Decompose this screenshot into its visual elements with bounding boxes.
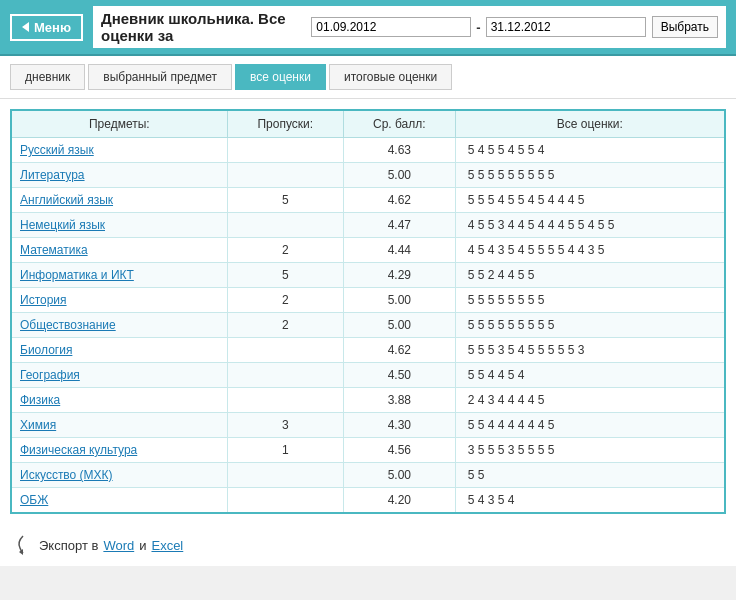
grades-cell: 4 5 5 3 4 4 5 4 4 4 5 5 4 5 5	[455, 213, 725, 238]
tab-all-grades[interactable]: все оценки	[235, 64, 326, 90]
absences-cell	[227, 138, 343, 163]
grades-cell: 2 4 3 4 4 4 4 5	[455, 388, 725, 413]
subject-link[interactable]: География	[20, 368, 80, 382]
title-main-text: Дневник школьника. Все оценки за	[101, 10, 305, 44]
header-title-bar: Дневник школьника. Все оценки за - Выбра…	[93, 6, 726, 48]
absences-cell: 2	[227, 313, 343, 338]
absences-cell: 5	[227, 263, 343, 288]
export-section: Экспорт в Word и Excel	[0, 524, 736, 566]
absences-cell: 3	[227, 413, 343, 438]
absences-cell	[227, 163, 343, 188]
subject-link[interactable]: Обществознание	[20, 318, 116, 332]
subject-link[interactable]: Химия	[20, 418, 56, 432]
subject-link[interactable]: ОБЖ	[20, 493, 48, 507]
grades-cell: 5 5 2 4 4 5 5	[455, 263, 725, 288]
subject-link[interactable]: Физика	[20, 393, 60, 407]
table-row: Литература5.005 5 5 5 5 5 5 5 5	[11, 163, 725, 188]
avg-cell: 4.29	[344, 263, 456, 288]
tab-final-grades[interactable]: итоговые оценки	[329, 64, 452, 90]
table-row: ОБЖ4.205 4 3 5 4	[11, 488, 725, 514]
subject-link[interactable]: Математика	[20, 243, 88, 257]
subject-link[interactable]: Немецкий язык	[20, 218, 105, 232]
grades-cell: 5 5	[455, 463, 725, 488]
date-separator: -	[476, 20, 480, 35]
avg-cell: 4.62	[344, 188, 456, 213]
subject-link[interactable]: Искусство (МХК)	[20, 468, 113, 482]
subject-link[interactable]: Английский язык	[20, 193, 113, 207]
absences-cell: 2	[227, 288, 343, 313]
grades-table: Предметы: Пропуски: Ср. балл: Все оценки…	[10, 109, 726, 514]
table-row: Немецкий язык4.474 5 5 3 4 4 5 4 4 4 5 5…	[11, 213, 725, 238]
avg-cell: 4.47	[344, 213, 456, 238]
grades-cell: 5 4 5 5 4 5 5 4	[455, 138, 725, 163]
table-row: География4.505 5 4 4 5 4	[11, 363, 725, 388]
table-row: Русский язык4.635 4 5 5 4 5 5 4	[11, 138, 725, 163]
avg-cell: 5.00	[344, 313, 456, 338]
table-row: Биология4.625 5 5 3 5 4 5 5 5 5 5 3	[11, 338, 725, 363]
avg-cell: 4.63	[344, 138, 456, 163]
grades-cell: 5 5 5 4 5 5 4 5 4 4 4 5	[455, 188, 725, 213]
subject-link[interactable]: Биология	[20, 343, 72, 357]
date-start-input[interactable]	[311, 17, 471, 37]
subject-link[interactable]: Информатика и ИКТ	[20, 268, 134, 282]
avg-cell: 4.56	[344, 438, 456, 463]
grades-cell: 5 4 3 5 4	[455, 488, 725, 514]
avg-cell: 5.00	[344, 463, 456, 488]
absences-cell: 1	[227, 438, 343, 463]
grades-cell: 5 5 5 5 5 5 5 5	[455, 288, 725, 313]
table-row: Искусство (МХК)5.005 5	[11, 463, 725, 488]
export-conjunction: и	[139, 538, 146, 553]
tabs-bar: дневник выбранный предмет все оценки ито…	[0, 56, 736, 99]
back-arrow-icon	[22, 22, 29, 32]
date-end-input[interactable]	[486, 17, 646, 37]
grades-cell: 5 5 4 4 5 4	[455, 363, 725, 388]
tab-diary[interactable]: дневник	[10, 64, 85, 90]
subject-link[interactable]: Физическая культура	[20, 443, 137, 457]
absences-cell: 2	[227, 238, 343, 263]
absences-cell: 5	[227, 188, 343, 213]
menu-label: Меню	[34, 20, 71, 35]
avg-cell: 4.20	[344, 488, 456, 514]
export-prefix: Экспорт в	[39, 538, 98, 553]
table-row: Математика24.444 5 4 3 5 4 5 5 5 5 4 4 3…	[11, 238, 725, 263]
export-arrow-icon	[12, 534, 34, 556]
table-row: Физика3.882 4 3 4 4 4 4 5	[11, 388, 725, 413]
grades-cell: 5 5 5 5 5 5 5 5 5	[455, 163, 725, 188]
table-row: Физическая культура14.563 5 5 5 3 5 5 5 …	[11, 438, 725, 463]
absences-cell	[227, 213, 343, 238]
select-date-button[interactable]: Выбрать	[652, 16, 718, 38]
absences-cell	[227, 463, 343, 488]
absences-cell	[227, 488, 343, 514]
grades-cell: 5 5 4 4 4 4 4 4 5	[455, 413, 725, 438]
avg-cell: 4.44	[344, 238, 456, 263]
grades-cell: 5 5 5 3 5 4 5 5 5 5 5 3	[455, 338, 725, 363]
subject-link[interactable]: Русский язык	[20, 143, 94, 157]
table-row: Информатика и ИКТ54.295 5 2 4 4 5 5	[11, 263, 725, 288]
col-header-grades: Все оценки:	[455, 110, 725, 138]
table-row: Английский язык54.625 5 5 4 5 5 4 5 4 4 …	[11, 188, 725, 213]
absences-cell	[227, 338, 343, 363]
grades-cell: 3 5 5 5 3 5 5 5 5	[455, 438, 725, 463]
absences-cell	[227, 388, 343, 413]
export-excel-link[interactable]: Excel	[151, 538, 183, 553]
tab-subject[interactable]: выбранный предмет	[88, 64, 232, 90]
table-row: Химия34.305 5 4 4 4 4 4 4 5	[11, 413, 725, 438]
avg-cell: 4.50	[344, 363, 456, 388]
col-header-subjects: Предметы:	[11, 110, 227, 138]
absences-cell	[227, 363, 343, 388]
menu-button[interactable]: Меню	[10, 14, 83, 41]
date-range: -	[311, 17, 645, 37]
subject-link[interactable]: История	[20, 293, 67, 307]
table-row: Обществознание25.005 5 5 5 5 5 5 5 5	[11, 313, 725, 338]
grades-cell: 4 5 4 3 5 4 5 5 5 5 4 4 3 5	[455, 238, 725, 263]
table-header-row: Предметы: Пропуски: Ср. балл: Все оценки…	[11, 110, 725, 138]
table-row: История25.005 5 5 5 5 5 5 5	[11, 288, 725, 313]
main-content: Предметы: Пропуски: Ср. балл: Все оценки…	[0, 99, 736, 524]
col-header-absences: Пропуски:	[227, 110, 343, 138]
subject-link[interactable]: Литература	[20, 168, 85, 182]
avg-cell: 4.62	[344, 338, 456, 363]
export-word-link[interactable]: Word	[103, 538, 134, 553]
header: Меню Дневник школьника. Все оценки за - …	[0, 0, 736, 56]
avg-cell: 4.30	[344, 413, 456, 438]
avg-cell: 5.00	[344, 163, 456, 188]
